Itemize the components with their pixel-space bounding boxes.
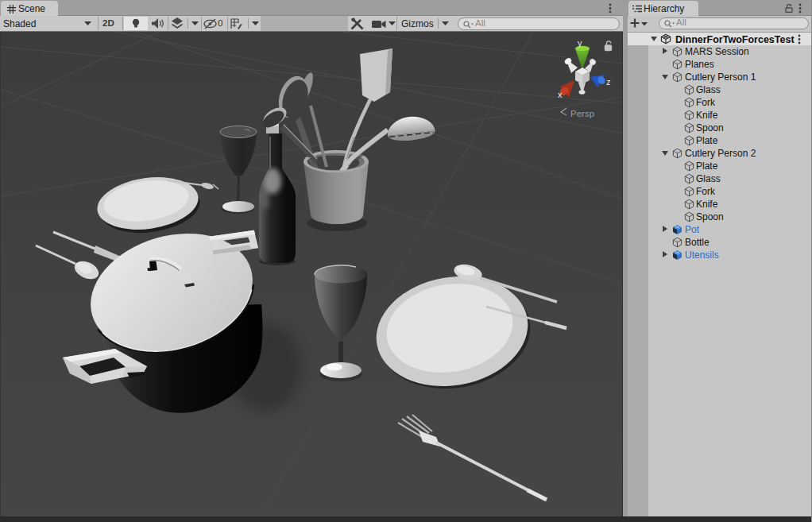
svg-text:Persp: Persp xyxy=(570,109,594,118)
svg-text:x: x xyxy=(558,90,563,99)
svg-text:y: y xyxy=(578,38,582,48)
svg-text:z: z xyxy=(606,77,611,87)
